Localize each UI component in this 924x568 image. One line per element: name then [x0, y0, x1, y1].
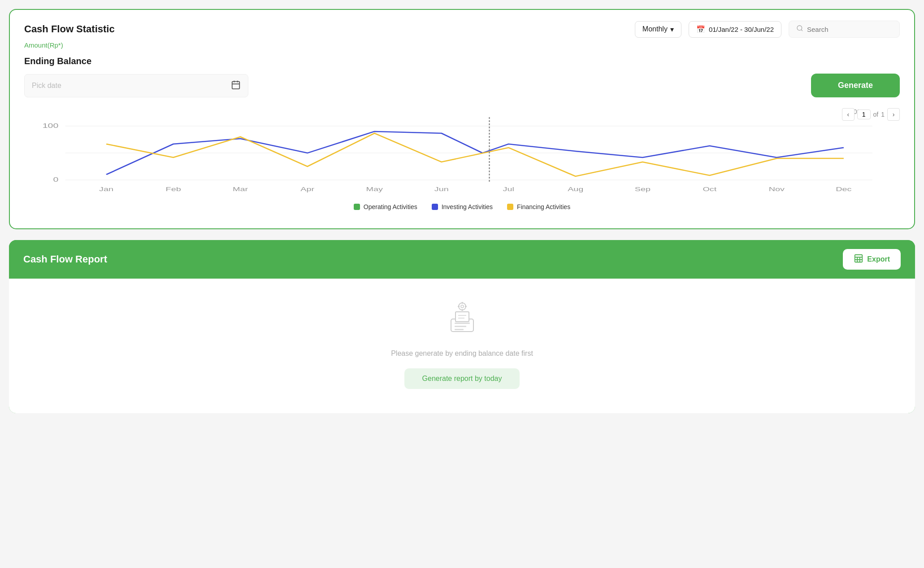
datepicker-calendar-icon	[231, 80, 241, 92]
current-page: 1	[857, 109, 871, 119]
svg-rect-33	[455, 312, 469, 322]
period-selector[interactable]: Monthly ▾	[635, 21, 681, 38]
svg-rect-24	[855, 255, 863, 262]
svg-point-0	[797, 26, 802, 31]
date-range-value: 01/Jan/22 - 30/Jun/22	[709, 26, 774, 33]
svg-text:Mar: Mar	[233, 186, 248, 192]
statistic-header: Cash Flow Statistic Monthly ▾ 📅 01/Jan/2…	[24, 21, 900, 38]
svg-text:Sep: Sep	[635, 186, 651, 192]
svg-text:May: May	[366, 186, 383, 192]
legend-financing: Financing Activities	[507, 203, 570, 210]
svg-text:Dec: Dec	[836, 186, 851, 192]
date-picker[interactable]: Pick date	[24, 74, 248, 97]
export-button[interactable]: Export	[843, 249, 901, 270]
svg-text:Aug: Aug	[568, 186, 583, 192]
svg-text:Oct: Oct	[703, 186, 716, 192]
report-body: Please generate by ending balance date f…	[9, 279, 915, 413]
cash-flow-statistic-card: Cash Flow Statistic Monthly ▾ 📅 01/Jan/2…	[9, 9, 915, 229]
svg-point-37	[461, 305, 464, 308]
search-icon	[796, 25, 803, 34]
date-row: Pick date Generate	[24, 74, 900, 97]
report-header: Cash Flow Report Export	[9, 240, 915, 279]
search-box[interactable]	[789, 21, 900, 38]
svg-rect-32	[455, 329, 464, 330]
legend-investing: Investing Activities	[432, 203, 493, 210]
chart-container: *000 ‹ 1 of 1 › 100 0 Jan Feb Mar Apr Ma…	[24, 108, 900, 214]
svg-text:100: 100	[43, 122, 59, 130]
ending-balance-title: Ending Balance	[24, 56, 900, 66]
report-title: Cash Flow Report	[23, 253, 107, 265]
svg-text:Nov: Nov	[769, 186, 785, 192]
svg-text:Feb: Feb	[166, 186, 181, 192]
ending-balance-section: Ending Balance Pick date Generate	[24, 56, 900, 97]
svg-rect-31	[455, 326, 466, 327]
export-label: Export	[867, 255, 890, 263]
svg-line-1	[801, 30, 803, 31]
legend-operating: Operating Activities	[354, 203, 417, 210]
date-picker-placeholder: Pick date	[32, 82, 61, 90]
investing-dot	[432, 204, 438, 210]
line-chart: 100 0 Jan Feb Mar Apr May Jun Jul Aug Se…	[24, 108, 900, 198]
amount-label: Amount(Rp*)	[24, 41, 900, 49]
operating-label: Operating Activities	[364, 203, 417, 210]
dropdown-arrow-icon: ▾	[670, 25, 674, 34]
svg-text:Jun: Jun	[434, 186, 449, 192]
generate-button[interactable]: Generate	[811, 74, 900, 97]
period-label: Monthly	[642, 25, 668, 33]
empty-illustration	[442, 297, 482, 339]
cash-flow-report-card: Cash Flow Report Export	[9, 240, 915, 413]
statistic-title: Cash Flow Statistic	[24, 23, 115, 35]
xls-icon	[854, 253, 863, 265]
prev-page-button[interactable]: ‹	[842, 108, 855, 121]
generate-today-button[interactable]: Generate report by today	[404, 368, 520, 389]
svg-text:Apr: Apr	[300, 186, 314, 192]
page-of-label: of	[873, 111, 879, 118]
search-input[interactable]	[807, 26, 892, 33]
svg-point-36	[459, 303, 466, 310]
pagination: ‹ 1 of 1 ›	[842, 108, 900, 121]
financing-dot	[507, 204, 513, 210]
total-pages: 1	[881, 111, 885, 118]
header-controls: Monthly ▾ 📅 01/Jan/22 - 30/Jun/22	[635, 21, 900, 38]
svg-rect-2	[232, 81, 240, 89]
svg-text:Jul: Jul	[503, 186, 514, 192]
financing-label: Financing Activities	[517, 203, 570, 210]
investing-label: Investing Activities	[442, 203, 493, 210]
calendar-icon: 📅	[696, 25, 705, 34]
svg-text:0: 0	[53, 176, 58, 184]
svg-rect-30	[455, 323, 470, 324]
chart-legend: Operating Activities Investing Activitie…	[24, 203, 900, 214]
date-range-button[interactable]: 📅 01/Jan/22 - 30/Jun/22	[689, 21, 781, 38]
next-page-button[interactable]: ›	[887, 108, 900, 121]
svg-text:Jan: Jan	[99, 186, 113, 192]
operating-dot	[354, 204, 360, 210]
empty-state-message: Please generate by ending balance date f…	[391, 350, 533, 358]
